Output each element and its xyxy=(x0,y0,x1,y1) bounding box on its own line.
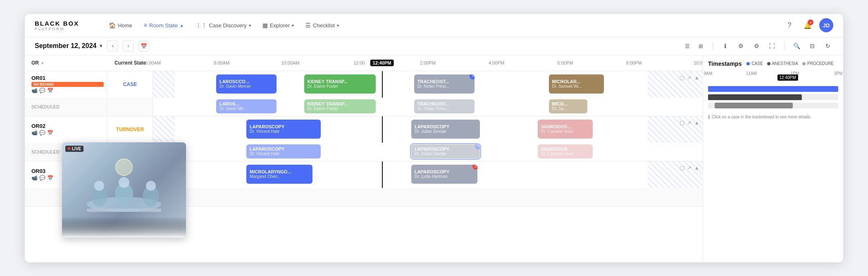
row-control-icon[interactable]: ↗ xyxy=(687,74,692,81)
nav-explorer-label: Explorer xyxy=(270,22,290,29)
or-action-icon[interactable]: 📅 xyxy=(47,130,53,136)
or-icons: 📹💬📅 xyxy=(31,130,104,136)
avatar[interactable]: JD xyxy=(819,18,833,32)
case-block[interactable]: TRACHEOST...Dr. Nolan Presc...+ xyxy=(414,74,475,94)
scheduled-case-title: KIDNEY TRANSP... xyxy=(308,101,372,106)
search-button[interactable]: 🔍 xyxy=(791,41,802,51)
stripe-unavailable xyxy=(153,71,175,98)
case-block[interactable]: SIGMOIDOS...Dr. Caroline Voss xyxy=(538,120,593,139)
checklist-icon: ☰ xyxy=(305,22,311,29)
case-block[interactable]: LAPAROSCOPYDr. Julian Sinclair xyxy=(411,120,480,139)
list-view-button[interactable]: ☰ xyxy=(682,41,693,51)
grid-view-button[interactable]: ⊞ xyxy=(695,41,706,51)
row-control-icon[interactable]: ▲ xyxy=(694,74,699,81)
case-block-doctor: Dr. Julian Sinclair xyxy=(415,129,477,134)
nav-case-discovery[interactable]: ⋮⋮ Case Discovery ▾ xyxy=(191,19,256,31)
scheduled-label: SCHEDULED xyxy=(31,103,104,111)
refresh-button[interactable]: ↻ xyxy=(823,41,833,51)
row-control-icon[interactable]: ▢ xyxy=(680,165,684,171)
scheduled-case-block[interactable]: KIDNEY TRANSP...Dr. Elaine Foster xyxy=(304,99,376,113)
row-control-icon[interactable]: ↗ xyxy=(687,120,692,126)
prev-date-button[interactable]: ‹ xyxy=(107,41,118,51)
case-discovery-icon: ⋮⋮ xyxy=(196,22,207,29)
help-icon: ? xyxy=(788,22,792,29)
live-cam-bg: LIVE xyxy=(62,142,186,238)
row-control-icon[interactable]: ▲ xyxy=(694,165,699,171)
date-selector[interactable]: September 12, 2024 ▾ xyxy=(35,42,102,50)
surgery-svg xyxy=(62,155,186,238)
case-block[interactable]: MICROLAR...Dr. Samuel Wi... xyxy=(549,74,604,94)
ts-hint-text: Click on a case in the leaderboard to se… xyxy=(712,115,811,119)
or-row-active: OR015M BEHIND📹💬📅CASELAROSCCO...Dr. Gavin… xyxy=(25,71,703,98)
or-action-icon[interactable]: 💬 xyxy=(39,130,45,136)
timeline-header: OR ▾ Current State 6:00AM8:00AM10:00AM12… xyxy=(25,55,703,71)
scheduled-case-block[interactable]: SIGMOIDOS...Dr. Caroline Voss xyxy=(538,144,593,158)
row-control-icon[interactable]: ▢ xyxy=(680,74,684,81)
nav-home[interactable]: 🏠 Home xyxy=(104,19,137,31)
logo-line1: BLACK BOX xyxy=(35,20,79,27)
ts-bar-fill xyxy=(708,86,838,92)
fullscreen-button[interactable]: ⛶ xyxy=(767,41,777,51)
notifications-button[interactable]: 🔔 4 xyxy=(801,19,814,32)
or-action-icon[interactable]: 💬 xyxy=(39,175,45,181)
or-action-icon[interactable]: 📅 xyxy=(47,175,53,181)
ts-legend-item: PROCEDURE xyxy=(802,61,834,66)
or-state-col: TURNOVER xyxy=(107,116,153,143)
or-action-icon[interactable]: 📹 xyxy=(31,88,38,94)
nav-home-label: Home xyxy=(118,22,132,29)
or-action-icon[interactable]: 📹 xyxy=(31,130,38,136)
case-block-doctor: Dr. Elaine Foster xyxy=(308,84,372,89)
col-or-chevron[interactable]: ▾ xyxy=(41,61,43,65)
case-block[interactable]: LAROSCCO...Dr. Gavin Mercer xyxy=(216,74,277,94)
scheduled-timeline-grid: LAROS...Dr. Gavin Me...KIDNEY TRANSP...D… xyxy=(153,98,703,116)
calendar-button[interactable]: 📅 xyxy=(138,41,149,51)
scheduled-info: SCHEDULED xyxy=(25,98,107,116)
ts-bar-fill xyxy=(715,103,793,108)
time-label: 12:00 xyxy=(353,60,365,65)
filter-button[interactable]: ⊟ xyxy=(807,41,818,51)
or-info: OR015M BEHIND📹💬📅 xyxy=(25,71,107,98)
scheduled-case-block[interactable]: LAPAROSCOPYDr. Julian Sinclair✏ xyxy=(411,144,480,158)
live-cam: LIVE xyxy=(62,142,186,238)
scheduled-case-block[interactable]: LAROS...Dr. Gavin Me... xyxy=(216,99,277,113)
scheduled-case-block[interactable]: TRACHEOST...Dr. Nolan Presc... xyxy=(414,99,475,113)
ts-bar-fill xyxy=(708,94,802,100)
nav-explorer[interactable]: ▦ Explorer ▾ xyxy=(258,19,299,31)
row-control-icon[interactable]: ▲ xyxy=(694,120,699,126)
case-block-doctor: Dr. Gavin Mercer xyxy=(219,84,273,89)
ts-time-label: 3PM xyxy=(834,71,843,76)
nav-case-discovery-label: Case Discovery xyxy=(209,22,247,29)
or-name: OR01 xyxy=(31,75,104,81)
help-button[interactable]: ? xyxy=(783,19,796,32)
col-or-label: OR xyxy=(31,60,39,66)
case-block-doctor: Dr. Samuel Wi... xyxy=(552,84,601,89)
next-date-button[interactable]: › xyxy=(123,41,134,51)
time-label: 10:00PM xyxy=(694,60,703,65)
checklist-chevron: ▾ xyxy=(337,23,339,28)
info-button[interactable]: ℹ xyxy=(720,41,730,51)
ts-legend-item: CASE xyxy=(746,61,763,66)
case-block[interactable]: KIDNEY TRANSP...Dr. Elaine Foster xyxy=(304,74,376,94)
row-control-icon[interactable]: ↗ xyxy=(687,165,692,171)
case-block[interactable]: LAPAROSCOPYDr. Vincent Hale xyxy=(246,120,321,139)
scheduled-timeline-grid: LAPAROSCOPYDr. Vincent HaleLAPAROSCOPYDr… xyxy=(153,143,703,161)
nav-checklist[interactable]: ☰ Checklist ▾ xyxy=(300,19,344,31)
filter-settings-button[interactable]: ⚙ xyxy=(735,41,746,51)
nav-room-state[interactable]: ≡ Room State ▲ xyxy=(139,19,189,31)
time-label: 2:00PM xyxy=(420,60,436,65)
row-control-icon[interactable]: ▢ xyxy=(680,120,684,126)
scheduled-case-block[interactable]: MICR...Dr. Sa... xyxy=(549,99,587,113)
svg-point-5 xyxy=(119,177,129,188)
or-action-icon[interactable]: 💬 xyxy=(39,88,45,94)
timestamps-panel: Timestamps CASEANESTHESIAPROCEDURE 9AM11… xyxy=(703,55,843,262)
case-block[interactable]: MICROLARYNGO...Margaret Chen... xyxy=(246,165,312,184)
main-nav: 🏠 Home ≡ Room State ▲ ⋮⋮ Case Discovery … xyxy=(104,19,783,31)
scheduled-case-block[interactable]: LAPAROSCOPYDr. Vincent Hale xyxy=(246,144,321,158)
or-action-icon[interactable]: 📹 xyxy=(31,175,38,181)
scheduled-case-doctor: Dr. Elaine Foster xyxy=(308,106,372,111)
settings-button[interactable]: ⚙ xyxy=(751,41,762,51)
case-block-title: LAPAROSCOPY xyxy=(415,169,474,174)
date-chevron-icon: ▾ xyxy=(100,43,102,49)
case-block[interactable]: LAPAROSCOPYDr. Lydia Hartman2 xyxy=(411,165,477,184)
or-action-icon[interactable]: 📅 xyxy=(47,88,53,94)
